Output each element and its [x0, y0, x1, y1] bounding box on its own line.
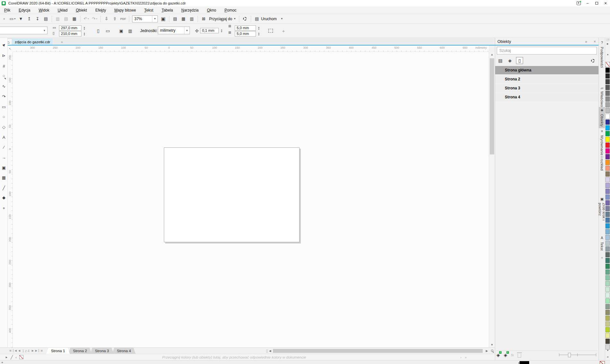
menu-item[interactable]: Narzędzia — [177, 8, 203, 12]
color-swatch[interactable] — [606, 269, 610, 275]
page-row[interactable]: Strona 4 — [495, 93, 598, 101]
color-swatch[interactable] — [606, 275, 610, 280]
color-swatch[interactable] — [606, 333, 610, 338]
add-page-after-button[interactable]: ⊞ — [39, 349, 43, 352]
export-icon[interactable]: ⇧ — [111, 15, 119, 23]
interactive-fill-tool[interactable]: ◆ — [0, 194, 7, 201]
page-height-field[interactable]: 210,0 mm — [59, 31, 81, 37]
color-swatch[interactable] — [606, 252, 610, 257]
color-swatch[interactable] — [606, 206, 610, 211]
close-docker-icon[interactable]: × — [594, 39, 596, 44]
color-swatch[interactable] — [606, 321, 610, 327]
color-swatch[interactable] — [606, 85, 610, 90]
last-page-button[interactable]: ▶▕ — [34, 349, 39, 352]
cloud-upload-icon[interactable]: ↥ — [25, 15, 33, 23]
pick-tool[interactable]: ► — [0, 41, 7, 48]
eyedropper-icon[interactable]: ╱ — [9, 355, 14, 360]
new-layer-button[interactable]: ◈+ — [496, 352, 500, 358]
next-page-button[interactable]: ▶ — [31, 349, 34, 352]
color-swatch[interactable] — [606, 264, 610, 269]
show-rulers-button[interactable]: ▤ — [171, 15, 179, 23]
collapse-docker-icon[interactable]: » — [585, 39, 587, 44]
double-chevron-icon[interactable]: » — [465, 355, 467, 359]
show-grid-button[interactable]: ▦ — [180, 15, 187, 23]
portrait-button[interactable]: ▯ — [94, 26, 102, 35]
horizontal-scroll-thumb[interactable] — [273, 349, 483, 353]
palette-scroll-up-icon[interactable]: ▲ — [605, 53, 610, 55]
docker-tab[interactable]: ▱ Właściwości — [599, 85, 605, 108]
minimize-button[interactable]: – — [583, 0, 592, 6]
drawing-canvas[interactable] — [13, 52, 489, 347]
nudge-offset-field[interactable]: 0,1 mm — [200, 28, 219, 33]
color-swatch[interactable] — [606, 200, 610, 205]
color-swatch[interactable] — [606, 177, 610, 182]
import-icon[interactable]: ⇩ — [103, 15, 110, 23]
color-swatch[interactable] — [606, 91, 610, 96]
customize-toolbox-button[interactable]: + — [0, 204, 7, 211]
docker-tab[interactable]: A Tekst — [599, 235, 605, 252]
add-page-before-button[interactable]: ⊞ — [8, 349, 12, 352]
new-master-layer-button[interactable]: ◈+ — [504, 352, 507, 358]
spinner-arrows[interactable]: ▲▼ — [256, 25, 261, 31]
color-swatch[interactable] — [606, 339, 610, 344]
menu-item[interactable]: Pomoc — [220, 8, 241, 12]
snap-to-dropdown[interactable]: Przyciągaj do ▼ — [208, 17, 237, 21]
menu-item[interactable]: Obiekt — [72, 8, 91, 12]
show-guidelines-button[interactable]: ▥ — [188, 15, 196, 23]
menu-item[interactable]: Efekty — [91, 8, 110, 12]
menu-item[interactable]: Widok — [34, 8, 53, 12]
fullscreen-preview-button[interactable]: ▣ — [159, 15, 167, 23]
artistic-media-tool[interactable]: ↷ — [0, 93, 7, 100]
launch-dropdown[interactable]: ▤ Uruchom ▼ — [253, 15, 284, 23]
page-width-field[interactable]: 297,0 mm — [59, 25, 81, 31]
menu-item[interactable]: Układ — [54, 8, 72, 12]
layer-manager-view-icon[interactable]: ◈ — [506, 57, 513, 64]
palette-expand-icon[interactable]: » — [605, 355, 610, 359]
prev-page-button[interactable]: ◀ — [17, 349, 21, 352]
shape-tool[interactable]: ⊳ — [0, 52, 7, 59]
color-swatch[interactable] — [606, 281, 610, 286]
opacity-slider[interactable] — [559, 353, 596, 357]
new-document-tab-button[interactable]: + — [59, 39, 64, 45]
duplicate-distance-x-field[interactable]: 5,0 mm — [235, 25, 256, 31]
docker-tab[interactable]: ≡ Wyrównanie i rozkład — [599, 128, 605, 190]
cloud-download-icon[interactable]: ↧ — [34, 15, 41, 23]
no-color-swatch[interactable] — [19, 355, 23, 359]
color-swatch[interactable] — [606, 316, 610, 321]
color-swatch[interactable] — [606, 148, 610, 153]
color-swatch[interactable] — [606, 229, 610, 234]
horizontal-ruler[interactable]: 3002502001501005005010015020025030035040… — [13, 46, 489, 52]
spinner-arrows[interactable]: ▲▼ — [219, 28, 224, 33]
color-swatch[interactable] — [606, 304, 610, 309]
all-pages-button[interactable]: ▣ — [117, 26, 125, 35]
color-swatch[interactable] — [606, 125, 610, 130]
color-swatch[interactable] — [606, 120, 610, 125]
zoom-to-fit-button[interactable] — [489, 350, 495, 352]
undo-icon[interactable]: ↶ — [82, 15, 90, 23]
color-swatch[interactable] — [606, 241, 610, 246]
scroll-up-arrow[interactable]: ▲ — [489, 52, 495, 57]
snap-off-icon[interactable]: ⊠ — [200, 15, 208, 23]
color-swatch[interactable] — [606, 108, 610, 113]
objects-options-button[interactable] — [589, 57, 596, 64]
publish-pdf-button[interactable]: PDF — [119, 15, 127, 23]
current-page-button[interactable]: ▥ — [126, 26, 134, 35]
color-swatch[interactable] — [606, 258, 610, 263]
color-swatch[interactable] — [606, 171, 610, 177]
page-row[interactable]: Strona 3 — [495, 84, 598, 92]
color-swatch[interactable] — [606, 154, 610, 159]
add-property-button[interactable]: + — [280, 26, 287, 35]
spinner-arrows[interactable]: ▲▼ — [82, 31, 87, 37]
docker-tab[interactable]: ▣ Zrób krok i powtórz — [599, 196, 605, 232]
pages-view-icon[interactable]: ▯ — [516, 57, 523, 64]
color-swatch[interactable] — [606, 183, 610, 188]
color-swatch[interactable] — [606, 246, 610, 252]
zoom-level-combo[interactable]: 37% ▼ — [132, 15, 158, 22]
color-swatch[interactable] — [606, 73, 610, 79]
duplicate-distance-y-field[interactable]: 5,0 mm — [235, 31, 256, 37]
units-combo[interactable]: milimetry ▼ — [158, 27, 190, 34]
color-swatch[interactable] — [606, 298, 610, 303]
zoom-tool[interactable]: ○ — [0, 72, 7, 79]
color-swatch[interactable] — [606, 310, 610, 315]
color-swatch[interactable] — [606, 143, 610, 148]
